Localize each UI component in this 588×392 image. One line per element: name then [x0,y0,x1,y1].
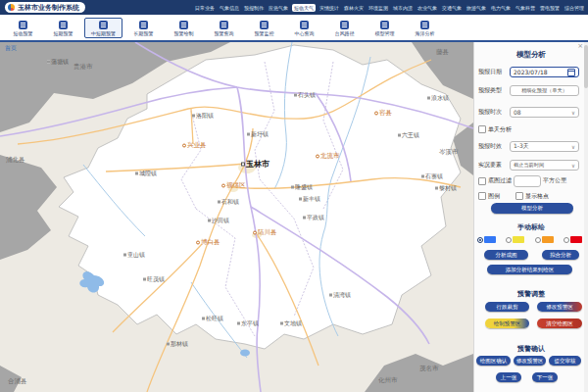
toolbar-item[interactable]: 海洋分析 [406,18,444,38]
nav-item[interactable]: 气象科普 [514,4,536,12]
nav-item[interactable]: 短临天气 [292,4,316,12]
nav-item[interactable]: 交通气象 [441,4,463,12]
nav-item[interactable]: 应急气象 [268,4,289,12]
toolbar-item[interactable]: 中短期预警 [84,18,122,38]
toolbar-item-label: 模型管理 [375,30,395,36]
toolbar-item[interactable]: 短期预警 [44,18,82,38]
area-filter-label: 底图过滤 [488,176,512,185]
model-analyze-button[interactable]: 模型分析 [491,203,573,214]
toolbar-item[interactable]: 短临预警 [4,18,42,38]
previous-button[interactable]: 上一张 [496,372,521,382]
toolbar-item[interactable]: 中心查询 [285,18,323,38]
grid-points-checkbox[interactable] [515,192,523,200]
nav-item[interactable]: 雷电预警 [539,4,561,12]
map-label-town: 松旺镇 [202,315,223,323]
place-marker-icon [208,220,211,222]
nav-item[interactable]: 灾情统计 [318,4,340,12]
color-radio-red[interactable] [564,236,582,243]
place-name: 贵港市 [74,63,93,72]
map-label-town: 东平镇 [237,319,259,328]
single-day-label: 单天分析 [488,125,512,134]
document-icon [420,21,429,29]
nav-item[interactable]: 电力气象 [490,4,512,12]
nav-item[interactable]: 预报制作 [243,4,265,12]
place-marker-icon [221,183,225,187]
place-marker-icon [280,322,283,325]
nav-item[interactable]: 农业气象 [416,4,438,12]
area-filter-input[interactable] [514,175,541,187]
place-name: 沙田镇 [212,217,229,225]
document-icon [300,21,309,29]
add-result-to-draw-area-button[interactable]: 添加分析结果到绘区 [487,265,572,274]
single-day-checkbox[interactable] [478,125,486,133]
map-label-county: 博白县 [196,238,220,247]
place-name: 浪水镇 [431,94,449,103]
draw-warning-area-button[interactable]: 绘制预警区 [485,318,529,328]
breadcrumb[interactable]: 首页 [5,44,17,53]
toolbar-item-label: 短临预警 [14,30,33,36]
obs-element-select[interactable]: 截止当前时间 ∨ [510,160,579,171]
nav-item[interactable]: 综合管理 [564,4,585,12]
toolbar-item[interactable]: 长期预警 [124,18,163,38]
legend-checkbox[interactable] [478,192,486,200]
color-radio-blue[interactable] [477,236,496,243]
place-marker-icon [143,278,146,281]
forecast-period-select[interactable]: 1-3天 ∨ [510,141,579,152]
place-name: 石寨镇 [425,172,443,181]
panel-scrollbar[interactable] [584,42,588,392]
forecast-date-input[interactable]: 2023/07/18 [510,67,579,77]
map-label-county: 北流市 [316,152,340,161]
map-label-town: 那林镇 [167,340,188,349]
toolbar-item-label: 中心查询 [295,30,315,36]
nav-item[interactable]: 森林火灾 [343,4,365,12]
place-marker-icon [398,134,401,137]
close-icon[interactable]: × [577,43,583,50]
nav-item[interactable]: 环境监测 [368,4,389,12]
place-name: 城隍镇 [139,170,157,178]
submit-review-button[interactable]: 提交审核 [549,356,581,366]
analyze-to-image-button[interactable]: 分析成图 [484,250,528,260]
confirm-draw-area-button[interactable]: 绘图区确认 [476,356,511,366]
toolbar-item[interactable]: 预警监控 [245,18,283,38]
place-name: 亚山镇 [127,251,145,260]
nav-item[interactable]: 旅游气象 [466,4,487,12]
color-radio-orange[interactable] [535,236,554,243]
place-name: 六王镇 [402,131,419,140]
map-view[interactable]: 蒲塘镇洛阳镇石头镇新圩镇六王镇浪水镇石寨镇黎村镇城隍镇石和镇沙田镇隆盛镇新丰镇平… [0,42,473,392]
toolbar-item[interactable]: 台风路径 [325,18,364,38]
forecast-time-select[interactable]: 08 ∨ [510,107,579,118]
legend-label: 图例 [488,192,500,201]
map-label-town: 石头镇 [294,91,316,100]
top-nav: 日常业务气象信息预报制作应急气象短临天气灾情统计森林火灾环境监测城市内涝农业气象… [194,4,585,12]
place-marker-icon [182,143,186,147]
nav-item[interactable]: 日常业务 [194,4,216,12]
toolbar-item[interactable]: 模型管理 [366,18,404,38]
document-icon [220,21,228,29]
fit-analysis-button[interactable]: 拟合分析 [542,250,579,260]
modify-warning-area-button-2[interactable]: 修改预警区 [514,356,546,366]
chevron-down-icon: ∨ [571,163,575,169]
map-label-county: 陆川县 [253,228,277,237]
clear-draw-area-button[interactable]: 清空绘图区 [537,318,582,328]
place-name: 合浦县 [8,377,27,386]
color-radio-yellow[interactable] [506,236,524,243]
place-marker-icon [237,322,240,325]
app-logo[interactable]: 玉林市业务制作系统 [5,2,85,13]
nav-item[interactable]: 气象信息 [219,4,240,12]
toolbar-item[interactable]: 预警绘制 [165,18,203,38]
forecast-type-label: 预报类型 [478,86,508,95]
model-analysis-panel: × 模型分析 预报日期 2023/07/18 预报类型 精细化预报（单天） 预报… [473,42,588,392]
area-filter-checkbox[interactable] [478,177,486,185]
nav-item[interactable]: 城市内涝 [392,4,414,12]
modify-warning-area-button[interactable]: 修改预警区 [537,302,582,312]
warning-adjust-title: 预警调整 [474,289,588,299]
forecast-time-row: 预报时次 08 ∨ [478,106,579,119]
map-label-out: 藤县 [436,48,449,57]
scrollbar-thumb[interactable] [584,45,588,88]
toolbar-item[interactable]: 预警查询 [205,18,243,38]
toolbar-item-label: 中短期预警 [91,30,116,36]
logo-icon [8,4,15,11]
admin-clip-button[interactable]: 行政裁剪 [485,302,529,312]
forecast-type-input[interactable]: 精细化预报（单天） [510,85,579,96]
next-button[interactable]: 下一张 [532,372,558,382]
